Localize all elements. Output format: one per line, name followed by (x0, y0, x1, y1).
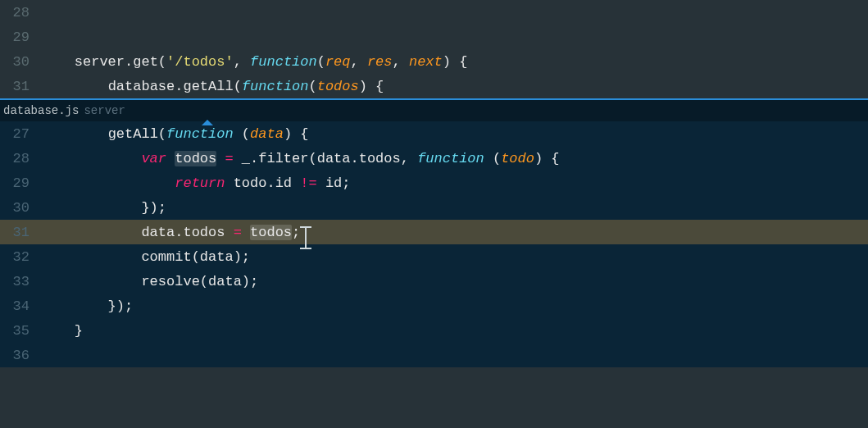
code-token: todos (359, 151, 401, 166)
code-content[interactable]: resolve(data); (41, 274, 258, 289)
code-token: . (125, 54, 133, 70)
code-token: data (208, 274, 242, 289)
code-token (41, 79, 108, 94)
code-line[interactable]: 27 getAll(function (data) { (0, 121, 868, 146)
code-line[interactable]: 29 return todo.id != id; (0, 171, 868, 195)
code-line[interactable]: 34 }); (0, 294, 868, 318)
code-token: . (351, 151, 359, 166)
code-token: . (266, 175, 275, 191)
code-token: , (393, 54, 409, 70)
code-content[interactable]: } (41, 323, 83, 339)
code-token (216, 151, 225, 166)
editor-top-region[interactable]: 282930 server.get('/todos', function(req… (0, 0, 868, 98)
line-number: 31 (0, 225, 41, 240)
code-content[interactable]: var todos = _.filter(data.todos, functio… (41, 151, 560, 166)
code-token: ( (484, 151, 501, 166)
peek-separator (0, 98, 868, 100)
code-token: filter (258, 151, 308, 166)
code-token: ( (200, 274, 208, 289)
code-token: getAll (108, 126, 158, 142)
code-token: todos (183, 225, 233, 240)
code-token: data (141, 225, 175, 240)
code-token (41, 54, 75, 70)
code-token (41, 175, 175, 191)
code-token: res (367, 54, 393, 70)
code-token: , (351, 54, 367, 70)
code-token: ) { (534, 151, 560, 166)
editor-peek-region[interactable]: 27 getAll(function (data) {28 var todos … (0, 121, 868, 367)
code-line[interactable]: 28 (0, 0, 868, 25)
line-number: 34 (0, 298, 41, 314)
line-number: 32 (0, 249, 41, 265)
code-token (242, 225, 250, 240)
code-token: . (175, 79, 183, 94)
line-number: 30 (0, 54, 41, 70)
code-token (166, 151, 175, 166)
code-content[interactable]: data.todos = todos; (41, 225, 300, 240)
code-line[interactable]: 33 resolve(data); (0, 269, 868, 294)
code-token: resolve (141, 274, 199, 289)
code-line[interactable]: 30 server.get('/todos', function(req, re… (0, 49, 868, 74)
code-token: var (141, 151, 166, 166)
code-token: function (166, 126, 234, 142)
code-token: != (300, 175, 316, 191)
code-token: _ (234, 151, 250, 166)
code-token: ) { (359, 79, 384, 94)
code-token: req (325, 54, 351, 70)
code-token: ( (158, 126, 166, 142)
code-token: return (175, 175, 225, 191)
code-token: function (242, 79, 309, 94)
code-line[interactable]: 36 (0, 343, 868, 367)
code-token: todos (317, 79, 359, 94)
peek-filename: database.js (3, 104, 79, 117)
code-content[interactable]: getAll(function (data) { (41, 126, 309, 142)
line-number: 30 (0, 200, 41, 216)
line-number: 29 (0, 30, 41, 45)
code-token: = (234, 225, 242, 240)
line-number: 36 (0, 348, 41, 363)
code-content[interactable]: database.getAll(function(todos) { (41, 79, 384, 94)
code-line[interactable]: 31 database.getAll(function(todos) { (0, 74, 868, 98)
code-token: ( (192, 249, 200, 265)
code-line[interactable]: 30 }); (0, 195, 868, 220)
code-token: ) { (284, 126, 309, 142)
code-token: data (200, 249, 234, 265)
code-token: next (409, 54, 443, 70)
code-token: . (175, 225, 183, 240)
code-line[interactable]: 32 commit(data); (0, 244, 868, 269)
code-token: todos (175, 151, 216, 166)
line-number: 35 (0, 323, 41, 339)
code-token (41, 151, 141, 166)
code-token: data (317, 151, 351, 166)
code-line[interactable]: 35 } (0, 318, 868, 343)
code-token: server (75, 54, 125, 70)
code-token: ( (308, 151, 316, 166)
code-token: id (275, 175, 301, 191)
code-token (41, 225, 141, 240)
code-token: ( (309, 79, 317, 94)
code-content[interactable]: }); (41, 200, 166, 216)
code-token: id; (317, 175, 351, 191)
line-number: 27 (0, 126, 41, 142)
code-token: todos (250, 225, 292, 240)
code-content[interactable]: }); (41, 298, 133, 314)
code-line[interactable]: 28 var todos = _.filter(data.todos, func… (0, 146, 868, 171)
code-token (41, 274, 141, 289)
code-token: ( (158, 54, 166, 70)
code-token: function (250, 54, 317, 70)
code-token: function (417, 151, 484, 166)
peek-header[interactable]: database.js server (0, 100, 868, 121)
line-number: 29 (0, 175, 41, 191)
code-token: ( (234, 79, 242, 94)
code-token: ); (242, 274, 258, 289)
code-content[interactable]: commit(data); (41, 249, 250, 265)
code-content[interactable]: return todo.id != id; (41, 175, 351, 191)
code-token: } (41, 323, 83, 339)
code-line[interactable]: 29 (0, 25, 868, 49)
line-number: 33 (0, 274, 41, 289)
code-line[interactable]: 31 data.todos = todos; (0, 220, 868, 244)
line-number: 31 (0, 79, 41, 94)
code-token: ) { (443, 54, 468, 70)
code-content[interactable]: server.get('/todos', function(req, res, … (41, 54, 467, 70)
code-token: commit (141, 249, 191, 265)
